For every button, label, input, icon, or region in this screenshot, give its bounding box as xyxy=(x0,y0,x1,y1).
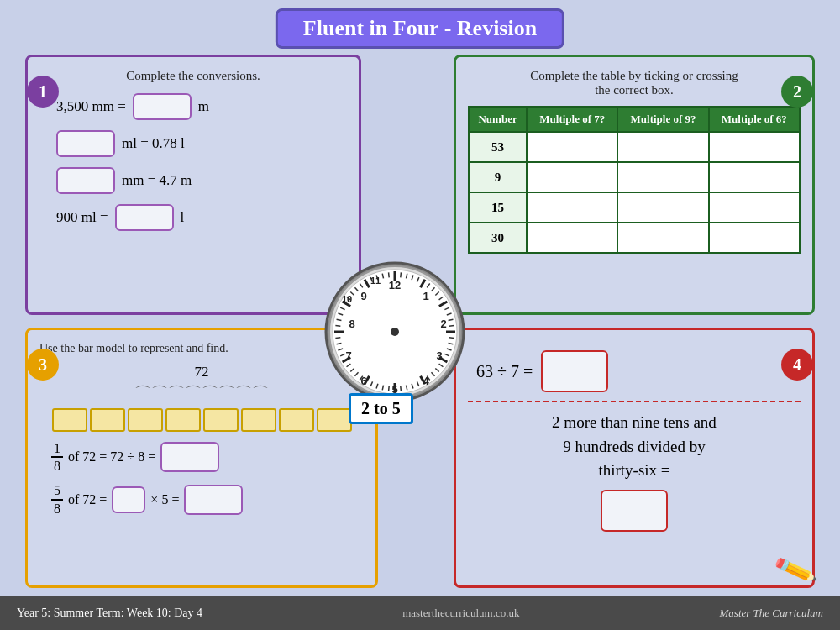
section2-instruction: Complete the table by ticking or crossin… xyxy=(468,69,801,97)
conv2-suffix: ml = 0.78 l xyxy=(122,135,185,152)
table-cell-m9[interactable] xyxy=(617,162,708,192)
svg-text:2: 2 xyxy=(440,318,446,330)
conv1-input[interactable] xyxy=(133,93,192,120)
conv3-suffix: mm = 4.7 m xyxy=(122,172,192,189)
bar-cells xyxy=(39,408,364,432)
svg-point-87 xyxy=(391,328,399,336)
conv1-suffix: m xyxy=(198,98,209,115)
svg-text:6: 6 xyxy=(360,375,366,387)
table-cell-m9[interactable] xyxy=(617,192,708,223)
section-1-box: Complete the conversions. 3,500 mm = m m… xyxy=(25,55,361,315)
conversion-row-4: 900 ml = l xyxy=(56,204,330,231)
bar-cell xyxy=(241,408,276,432)
table-cell-m7[interactable] xyxy=(527,132,617,162)
bar-cell xyxy=(128,408,163,432)
conv4-prefix: 900 ml = xyxy=(56,209,108,226)
svg-line-4 xyxy=(401,272,402,277)
fraction-row-2: 5 8 of 72 = × 5 = xyxy=(51,482,352,516)
svg-line-34 xyxy=(389,386,390,391)
division-row: 63 ÷ 7 = xyxy=(476,350,792,392)
page-title: Fluent in Four - Revision xyxy=(276,8,564,49)
svg-line-47 xyxy=(335,338,340,339)
svg-line-32 xyxy=(401,386,402,391)
bar-cell xyxy=(52,408,87,432)
footer-left: Year 5: Summer Term: Week 10: Day 4 xyxy=(17,606,202,620)
frac2-mid-input[interactable] xyxy=(112,486,145,513)
bar-cell xyxy=(279,408,314,432)
bar-cell xyxy=(90,408,125,432)
frac2-text: of 72 = xyxy=(68,492,107,507)
table-cell-num: 53 xyxy=(469,132,527,162)
svg-line-62 xyxy=(389,272,390,277)
divider-line xyxy=(468,401,801,402)
conv3-input[interactable] xyxy=(56,167,115,194)
frac1-answer-input[interactable] xyxy=(160,442,219,472)
svg-text:3: 3 xyxy=(436,349,442,362)
svg-line-17 xyxy=(449,326,454,327)
table-header-mult7: Multiple of 7? xyxy=(527,107,617,132)
svg-text:7: 7 xyxy=(345,349,351,362)
conv1-prefix: 3,500 mm = xyxy=(56,98,126,115)
conv2-input[interactable] xyxy=(56,130,115,157)
section-number-4: 4 xyxy=(781,349,813,381)
frac2-answer-input[interactable] xyxy=(184,485,243,515)
footer: Year 5: Summer Term: Week 10: Day 4 mast… xyxy=(0,596,840,630)
svg-text:8: 8 xyxy=(349,318,354,330)
conversion-row-1: 3,500 mm = m xyxy=(56,93,330,120)
table-cell-m6[interactable] xyxy=(709,162,800,192)
frac1-text: of 72 = 72 ÷ 8 = xyxy=(68,449,155,465)
table-header-number: Number xyxy=(469,107,527,132)
table-row: 9 xyxy=(469,162,800,192)
conv4-suffix: l xyxy=(181,209,185,226)
conversion-row-2: ml = 0.78 l xyxy=(56,130,330,157)
footer-right: Master The Curriculum xyxy=(720,606,824,620)
bar-cell xyxy=(317,408,352,432)
fraction-2: 5 8 xyxy=(51,482,63,516)
svg-text:11: 11 xyxy=(370,276,381,286)
table-cell-m6[interactable] xyxy=(709,192,800,223)
bar-label: 72 xyxy=(39,364,364,381)
fraction-1: 1 8 xyxy=(51,440,63,474)
table-row: 15 xyxy=(469,192,800,223)
svg-line-19 xyxy=(449,338,454,339)
frac2-mid-text: × 5 = xyxy=(150,492,179,507)
table-cell-m7[interactable] xyxy=(527,162,617,192)
table-cell-m7[interactable] xyxy=(527,223,617,253)
table-cell-num: 15 xyxy=(469,192,527,223)
table-cell-m6[interactable] xyxy=(709,132,800,162)
fraction-row-1: 1 8 of 72 = 72 ÷ 8 = xyxy=(51,440,352,474)
table-cell-m9[interactable] xyxy=(617,223,708,253)
section-number-1: 1 xyxy=(27,76,59,108)
section3-instruction: Use the bar model to represent and find. xyxy=(39,342,364,355)
table-cell-m9[interactable] xyxy=(617,132,708,162)
svg-line-49 xyxy=(335,326,340,327)
clock-label: 2 to 5 xyxy=(349,393,413,424)
section-4-box: 63 ÷ 7 = 2 more than nine tens and 9 hun… xyxy=(454,328,815,588)
table-header-mult6: Multiple of 6? xyxy=(709,107,800,132)
section-number-2: 2 xyxy=(781,76,813,108)
table-cell-num: 9 xyxy=(469,162,527,192)
table-cell-m6[interactable] xyxy=(709,223,800,253)
section1-instruction: Complete the conversions. xyxy=(39,69,347,83)
svg-text:1: 1 xyxy=(423,290,428,302)
division-text: 63 ÷ 7 = xyxy=(476,362,533,381)
conv4-input[interactable] xyxy=(115,204,174,231)
table-row: 53 xyxy=(469,132,800,162)
word-problem-answer-row xyxy=(468,490,801,532)
bar-cell xyxy=(203,408,239,432)
table-cell-m7[interactable] xyxy=(527,192,617,223)
table-row: 30 xyxy=(469,223,800,253)
svg-text:9: 9 xyxy=(360,290,366,302)
clock: 12 1 2 3 4 5 6 7 8 9 10 11 xyxy=(323,260,466,403)
division-answer-input[interactable] xyxy=(541,350,608,392)
word-problem-answer-input[interactable] xyxy=(601,490,668,532)
multiples-table: Number Multiple of 7? Multiple of 9? Mul… xyxy=(468,106,801,254)
svg-text:10: 10 xyxy=(342,294,352,304)
bar-model: 72 ⌒⌒⌒⌒⌒⌒⌒⌒ xyxy=(39,364,364,432)
svg-text:12: 12 xyxy=(389,279,401,291)
footer-center: masterthecurriculum.co.uk xyxy=(402,606,519,620)
table-cell-num: 30 xyxy=(469,223,527,253)
svg-text:4: 4 xyxy=(423,375,429,387)
section-2-box: Complete the table by ticking or crossin… xyxy=(454,55,815,315)
bar-cell xyxy=(165,408,201,432)
